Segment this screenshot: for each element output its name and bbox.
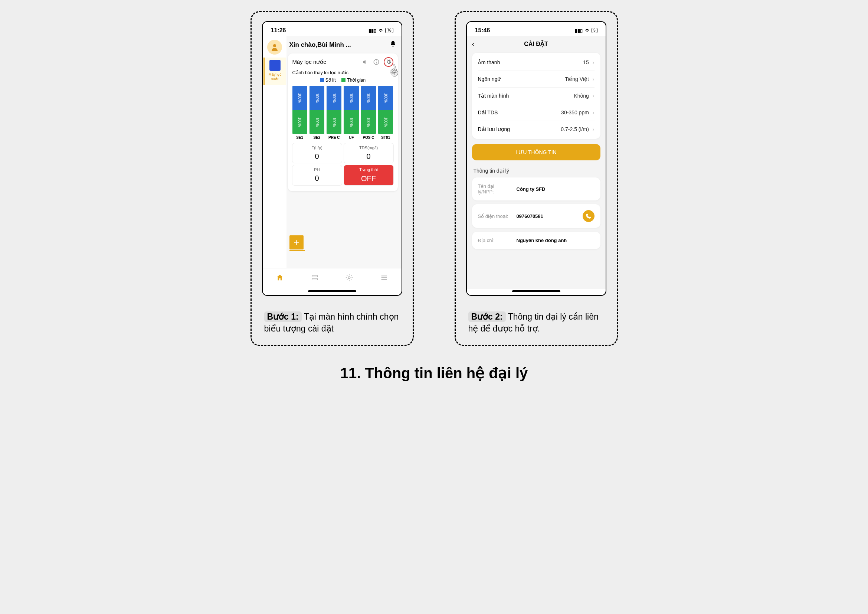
row-sound[interactable]: Âm thanh15› [478, 54, 595, 71]
bar-value: 100% [327, 110, 341, 134]
dealer-section-title: Thông tin đại lý [472, 168, 600, 177]
user-avatar[interactable] [267, 40, 282, 54]
add-device-button[interactable]: + [290, 236, 304, 250]
page-section-title: 11. Thông tin liên hệ đại lý [8, 364, 860, 381]
home-indicator [308, 290, 356, 292]
row-flow-range[interactable]: Dải lưu lượng0.7-2.5 (l/m)› [478, 121, 595, 137]
filter-warning-text: Cảnh báo thay lõi lọc nước [293, 70, 394, 75]
nav-settings-icon[interactable] [345, 274, 353, 284]
battery-icon: 76 [385, 28, 393, 33]
filter-bars: 100%100%SE1 100%100%SE2 100%100%PRE C 10… [293, 86, 394, 140]
bar-value: 100% [327, 86, 341, 110]
bar-value: 100% [378, 86, 393, 110]
step-1-caption: Bước 1: Tại màn hình chính chọn biểu tượ… [262, 311, 402, 335]
stat-flow: F(L/p)0 [293, 143, 342, 163]
bar-label: SE2 [310, 135, 324, 140]
home-indicator [512, 290, 560, 292]
device-icon [270, 60, 281, 71]
bar-label: POS C [361, 135, 376, 140]
signal-icon: ▮▮▯ [369, 28, 376, 33]
bar-label: ST01 [378, 135, 393, 140]
phone-call-icon[interactable] [583, 210, 595, 222]
legend-liters: Số lít [326, 78, 336, 83]
status-bar: 11:26 ▮▮▯ 76 [263, 26, 401, 36]
row-language[interactable]: Ngôn ngữTiếng Việt› [478, 71, 595, 88]
row-tds-range[interactable]: Dải TDS30-350 ppm› [478, 104, 595, 121]
speaker-icon[interactable] [361, 58, 369, 66]
device-sidebar: Máy lọc nước [263, 36, 287, 268]
battery-icon: 5 [592, 28, 597, 33]
status-time: 15:46 [475, 27, 490, 34]
svg-point-6 [349, 276, 351, 279]
chevron-right-icon: › [593, 76, 595, 82]
bar-value: 100% [310, 86, 324, 110]
bar-value: 100% [344, 110, 358, 134]
nav-devices-icon[interactable] [311, 274, 319, 284]
bar-value: 100% [378, 110, 393, 134]
save-button[interactable]: LƯU THÔNG TIN [472, 144, 600, 160]
wifi-icon [584, 28, 590, 33]
bar-value: 100% [361, 110, 376, 134]
step-2-container: 15:46 ▮▮▯ 5 ‹ CÀI ĐẶT Âm thanh15› Ngôn n… [454, 11, 618, 346]
settings-gear-button[interactable]: ☝ [384, 57, 394, 67]
dealer-address-card: Địa chỉ:Nguyên khê đông anh [472, 232, 600, 249]
page-title: CÀI ĐẶT [472, 40, 600, 48]
nav-home-icon[interactable] [276, 274, 284, 284]
bar-label: PRE C [327, 135, 341, 140]
bottom-nav [263, 268, 401, 289]
dealer-name-card: Tên đại lý/NPP:Công ty SFD [472, 177, 600, 200]
phone-screen-2: 15:46 ▮▮▯ 5 ‹ CÀI ĐẶT Âm thanh15› Ngôn n… [466, 21, 606, 296]
bar-label: UF [344, 135, 358, 140]
svg-rect-4 [312, 276, 317, 277]
chart-legend: Số lít Thời gian [293, 78, 394, 83]
bar-value: 100% [344, 86, 358, 110]
step-2-caption: Bước 2: Thông tin đại lý cần liên hệ để … [466, 311, 606, 335]
stat-status: Trạng tháiOFF [344, 165, 394, 185]
stat-ph: PH0 [293, 165, 342, 185]
bar-value: 100% [293, 110, 307, 134]
bar-value: 100% [361, 86, 376, 110]
settings-card: Âm thanh15› Ngôn ngữTiếng Việt› Tắt màn … [472, 53, 600, 139]
info-icon[interactable] [373, 58, 380, 66]
svg-point-0 [273, 44, 276, 47]
chevron-right-icon: › [593, 93, 595, 99]
chevron-right-icon: › [593, 110, 595, 115]
step-1-container: 11:26 ▮▮▯ 76 Máy lọc nước [251, 11, 414, 346]
signal-icon: ▮▮▯ [575, 28, 583, 33]
svg-rect-3 [376, 62, 377, 64]
status-time: 11:26 [271, 27, 286, 34]
bar-value: 100% [310, 110, 324, 134]
svg-point-2 [376, 60, 377, 61]
wifi-icon [378, 28, 383, 33]
phone-screen-1: 11:26 ▮▮▯ 76 Máy lọc nước [262, 21, 402, 296]
bar-value: 100% [293, 86, 307, 110]
greeting-text: Xin chào,Bùi Minh ... [290, 41, 386, 49]
chevron-right-icon: › [593, 59, 595, 65]
row-screen-off[interactable]: Tắt màn hìnhKhông› [478, 88, 595, 104]
status-bar: 15:46 ▮▮▯ 5 [467, 26, 606, 36]
bell-icon[interactable] [390, 40, 396, 49]
svg-rect-5 [312, 278, 317, 280]
chevron-right-icon: › [593, 126, 595, 132]
stat-tds: TDS(mg/l)0 [344, 143, 394, 163]
bar-label: SE1 [293, 135, 307, 140]
device-card: Máy lọc nước ☝ [288, 53, 398, 191]
device-name: Máy lọc nước [293, 59, 326, 65]
dealer-phone-card[interactable]: Số điện thoại:0976070581 [472, 204, 600, 228]
legend-time: Thời gian [347, 78, 366, 83]
nav-menu-icon[interactable] [380, 274, 388, 284]
sidebar-device-item[interactable]: Máy lọc nước [264, 57, 286, 85]
sidebar-device-label: Máy lọc nước [265, 72, 285, 81]
